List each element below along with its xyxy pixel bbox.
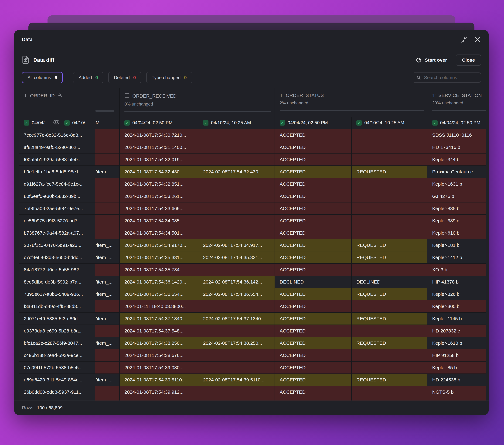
- cell-order-received-new: [198, 227, 275, 239]
- cell-service-station: HD 207832 c: [427, 325, 486, 337]
- cell-order-id: e9373da8-c699-5b28-b8a...: [19, 325, 95, 337]
- table-row[interactable]: 7895e617-a8b6-5489-936...'item_...2024-0…: [19, 288, 486, 300]
- table-row[interactable]: af828a49-9af5-5290-862...2024-01-08T17:5…: [19, 141, 486, 153]
- table-row[interactable]: 80f6eaf0-e30b-5882-89b...2024-01-08T17:5…: [19, 190, 486, 203]
- cell-order-status-old: ACCEPTED: [275, 300, 352, 312]
- column-header-order-id[interactable]: TORDER_ID: [19, 88, 95, 117]
- table-row[interactable]: f3a911db-d49c-4ff5-88d3...2024-01-11T19:…: [19, 300, 486, 313]
- table-row[interactable]: 7bf8fba0-02ae-5984-9e7e...2024-01-08T17:…: [19, 203, 486, 215]
- version-checkbox[interactable]: [432, 120, 438, 126]
- close-button[interactable]: Close: [456, 55, 481, 66]
- start-over-button[interactable]: Start over: [416, 57, 447, 63]
- cell-order-items-clipped: [95, 300, 120, 312]
- cell-service-station: Kepler-85 b: [427, 362, 486, 373]
- cell-order-items-clipped: 'item_...: [95, 288, 120, 300]
- calendar-icon: [125, 93, 129, 98]
- modal-titlebar: Data: [14, 30, 488, 49]
- cell-order-received-old: 2024-01-08T17:54:38.676...: [120, 349, 198, 361]
- cell-service-station: Kepler-1610 b: [427, 337, 486, 349]
- version-checkbox[interactable]: [24, 120, 29, 126]
- cell-service-station: Kepler-1412 b: [427, 251, 486, 263]
- version-checkbox[interactable]: [64, 120, 70, 126]
- cell-order-items-clipped: 'item_...: [95, 239, 120, 251]
- cell-service-station: Kepler-1145 b: [427, 313, 486, 325]
- cell-order-received-old: 2024-01-08T17:54:33.669...: [120, 203, 198, 214]
- close-icon[interactable]: [474, 36, 481, 43]
- collapse-icon[interactable]: [461, 36, 468, 43]
- cell-service-station: HD 173416 b: [427, 141, 486, 153]
- cell-order-status-old: ACCEPTED: [275, 141, 352, 153]
- data-modal: Data Data diff Start over Close All colu: [14, 30, 488, 415]
- column-header-order_received[interactable]: ORDER_RECEIVED0% unchanged: [120, 88, 275, 117]
- table-row[interactable]: b9e1cffb-1ba8-5dd5-95e1...'item_...2024-…: [19, 166, 486, 178]
- cell-service-station: NGTS-5 b: [427, 386, 486, 398]
- column-header-service_station[interactable]: TSERVICE_STATION29% unchanged: [427, 88, 486, 117]
- cell-order-received-old: 2024-01-11T19:40:03.8800...: [120, 300, 198, 312]
- cell-order-status-new: REQUESTED: [352, 288, 427, 300]
- cell-order-status-old: ACCEPTED: [275, 251, 352, 263]
- table-row[interactable]: 07c09f1f-572b-5538-b5e5...2024-01-08T17:…: [19, 362, 486, 374]
- cell-order-id: af828a49-9af5-5290-862...: [19, 141, 95, 153]
- cell-order-status-old: ACCEPTED: [275, 203, 352, 214]
- cell-order-received-old: 2024-01-08T17:54:32.430...: [120, 166, 198, 178]
- filter-chip-type-changed[interactable]: Type changed0: [146, 72, 192, 83]
- column-name-row: ORDER_RECEIVED: [125, 93, 275, 99]
- filter-chip-added[interactable]: Added0: [73, 72, 103, 83]
- version-checkbox[interactable]: [356, 120, 362, 126]
- cell-order-received-new: [198, 362, 275, 373]
- cell-order-id: 2078f1c3-0470-5d91-a23...: [19, 239, 95, 251]
- table-row[interactable]: f00af5b1-929a-5588-bfe0...2024-01-08T17:…: [19, 153, 486, 166]
- table-row[interactable]: 26b0dd00-ede3-5937-911...2024-01-08T17:5…: [19, 386, 486, 398]
- filter-chip-all-columns[interactable]: All columns6: [22, 72, 63, 83]
- cell-order-received-old: 2024-01-08T17:54:32.851...: [120, 178, 198, 190]
- panel-title: Data diff: [33, 57, 54, 63]
- table-row[interactable]: d91f627a-fce7-5c84-9e1c-...2024-01-08T17…: [19, 178, 486, 190]
- cell-order-received-old: 2024-01-08T17:54:35.734...: [120, 264, 198, 276]
- table-row[interactable]: e9373da8-c699-5b28-b8a...2024-01-08T17:5…: [19, 325, 486, 337]
- key-icon: [57, 93, 62, 98]
- table-row[interactable]: c7cf4e68-f3d3-5650-bddc...'item_...2024-…: [19, 251, 486, 264]
- table-row[interactable]: bfc1ca2e-c287-56f9-8047...'item_...2024-…: [19, 337, 486, 349]
- cell-order-status-new: REQUESTED: [352, 251, 427, 263]
- cell-service-station: Proxima Centauri c: [427, 166, 486, 178]
- table-row[interactable]: c496b188-2ead-593a-9ce...2024-01-08T17:5…: [19, 349, 486, 362]
- cell-order-received-new: 2024-02-08T17:54:36.142...: [198, 276, 275, 288]
- cell-order-received-new: [198, 190, 275, 202]
- cell-service-station: Kepler-826 b: [427, 288, 486, 300]
- cell-order-id: d91f627a-fce7-5c84-9e1c-...: [19, 178, 95, 190]
- cell-order-status-new: [352, 178, 427, 190]
- table-row[interactable]: 8ce5dfbe-de3b-5992-b7a...'item_...2024-0…: [19, 276, 486, 288]
- cell-service-station: GJ 4276 b: [427, 190, 486, 202]
- table-row[interactable]: b738767e-9a44-582a-a07...2024-01-08T17:5…: [19, 227, 486, 239]
- version-checkbox[interactable]: [203, 120, 208, 126]
- filter-chip-deleted[interactable]: Deleted0: [108, 72, 141, 83]
- cell-order-received-old: 2024-01-08T17:54:34.501...: [120, 227, 198, 239]
- cell-order-items-clipped: [95, 349, 120, 361]
- cell-order-received-new: [198, 325, 275, 337]
- version-checkbox[interactable]: [280, 120, 285, 126]
- cell-service-station: SDSS J1110+0116: [427, 129, 486, 141]
- cell-order-received-new: 2024-02-08T17:54:35.331...: [198, 251, 275, 263]
- cell-order-received-old: 2024-01-08T17:54:34.9170...: [120, 239, 198, 251]
- cell-order-status-old: ACCEPTED: [275, 239, 352, 251]
- cell-order-status-new: [352, 264, 427, 276]
- version-checkbox[interactable]: [125, 120, 130, 126]
- search-columns-input[interactable]: [424, 75, 477, 80]
- table-row[interactable]: a69a6420-3ff1-5c49-854c...'item_...2024-…: [19, 374, 486, 386]
- column-header-order_status[interactable]: TORDER_STATUS2% unchanged: [275, 88, 427, 117]
- table-row[interactable]: 2078f1c3-0470-5d91-a23...'item_...2024-0…: [19, 239, 486, 251]
- cell-order-received-old: 2024-01-08T17:54:39.912...: [120, 386, 198, 398]
- cell-order-received-new: 2024-02-08T17:54:38.250...: [198, 337, 275, 349]
- table-row[interactable]: dc56b975-d9f3-5276-ad7...2024-01-08T17:5…: [19, 215, 486, 227]
- table-footer: Rows: 100 / 68,899: [14, 401, 488, 415]
- search-columns-box[interactable]: [413, 73, 481, 83]
- table-row[interactable]: 7cce977e-8c32-516e-8d8...2024-01-08T17:5…: [19, 129, 486, 141]
- table-row[interactable]: 2d071e49-5385-5f3b-86d...'item_...2024-0…: [19, 313, 486, 325]
- table-row[interactable]: 84a18772-d0de-5a55-982...2024-01-08T17:5…: [19, 264, 486, 276]
- cell-order-id: 7bf8fba0-02ae-5984-9e7e...: [19, 203, 95, 214]
- cell-order-id: 07c09f1f-572b-5538-b5e5...: [19, 362, 95, 373]
- data-diff-icon: [22, 56, 29, 65]
- cell-order-received-new: [198, 153, 275, 166]
- cell-order-id: a69a6420-3ff1-5c49-854c...: [19, 374, 95, 386]
- unchanged-bar: [280, 110, 424, 111]
